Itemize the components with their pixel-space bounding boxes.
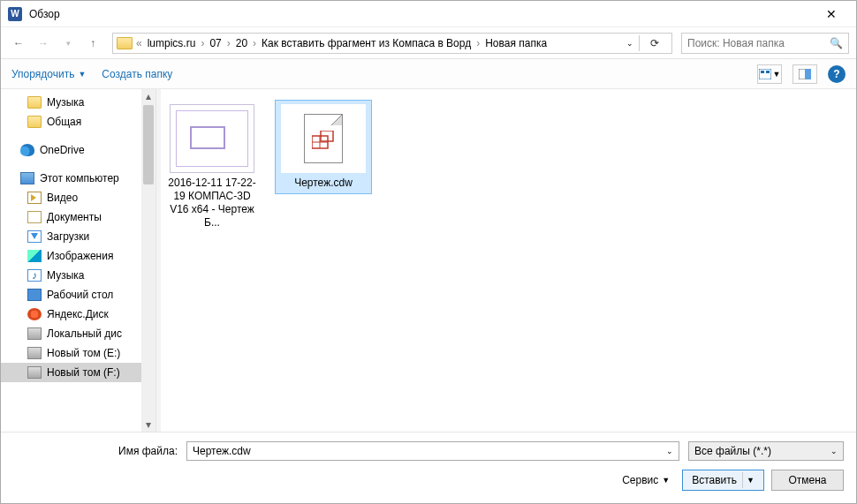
- sidebar-item-label: Этот компьютер: [40, 172, 119, 184]
- search-icon[interactable]: 🔍: [830, 37, 843, 49]
- chevron-down-icon[interactable]: ⌄: [666, 447, 673, 455]
- sidebar-item[interactable]: Видео: [1, 188, 155, 207]
- chevron-down-icon: ⌄: [830, 447, 838, 455]
- recent-dropdown[interactable]: ▾: [57, 33, 79, 54]
- sidebar-item[interactable]: Яндекс.Диск: [1, 305, 155, 324]
- search-box[interactable]: 🔍: [681, 33, 849, 54]
- scroll-down-button[interactable]: ▾: [141, 417, 155, 432]
- chevron-right-icon: ›: [199, 37, 206, 49]
- divider: [742, 472, 743, 488]
- sidebar-item-label: Локальный дис: [47, 327, 122, 340]
- doc-icon: [27, 211, 42, 223]
- insert-label: Вставить: [692, 474, 737, 486]
- chevron-right-icon: ›: [225, 37, 232, 49]
- footer: Имя файла: ⌄ Все файлы (*.*) ⌄ Сервис ▼ …: [1, 432, 856, 503]
- sidebar-scrollbar[interactable]: ▴ ▾: [141, 89, 155, 432]
- file-item[interactable]: Чертеж.cdw: [275, 100, 372, 194]
- onedrive-icon: [20, 144, 34, 156]
- view-mode-button[interactable]: ▼: [757, 64, 782, 84]
- insert-button[interactable]: Вставить ▼: [682, 470, 764, 491]
- sidebar-item-label: Новый том (F:): [47, 366, 120, 379]
- path-segment[interactable]: lumpics.ru: [146, 37, 198, 49]
- close-button[interactable]: ✕: [814, 7, 849, 21]
- sidebar-item[interactable]: Рабочий стол: [1, 285, 155, 305]
- scroll-up-button[interactable]: ▴: [141, 89, 155, 103]
- svg-rect-1: [761, 71, 764, 73]
- forward-button[interactable]: →: [33, 33, 54, 54]
- sidebar-item-label: Общая: [47, 116, 81, 128]
- dialog-window: W Обзор ✕ ← → ▾ ↑ « lumpics.ru › 07 › 20…: [0, 0, 857, 504]
- folder-icon: [27, 116, 42, 128]
- scroll-thumb[interactable]: [143, 105, 154, 184]
- sidebar-item[interactable]: Документы: [1, 207, 155, 227]
- cancel-button[interactable]: Отмена: [771, 470, 844, 491]
- titlebar: W Обзор ✕: [1, 1, 856, 27]
- preview-pane-button[interactable]: [793, 64, 817, 84]
- sidebar-item[interactable]: Этот компьютер: [1, 169, 155, 188]
- tools-dropdown[interactable]: Сервис ▼: [622, 474, 670, 486]
- sidebar-item[interactable]: Загрузки: [1, 227, 155, 246]
- file-thumbnail: [170, 104, 254, 173]
- file-label: Чертеж.cdw: [294, 177, 353, 190]
- address-dropdown[interactable]: ⌄: [626, 39, 633, 48]
- file-list[interactable]: 2016-12-11 17-22-19 КОМПАС-3D V16 x64 - …: [156, 89, 856, 432]
- sidebar-item[interactable]: Новый том (E:): [1, 343, 155, 363]
- address-bar[interactable]: « lumpics.ru › 07 › 20 › Как вставить фр…: [112, 33, 672, 54]
- hdd-icon: [27, 347, 42, 359]
- back-button[interactable]: ←: [8, 33, 29, 54]
- path-segment[interactable]: Как вставить фрагмент из Компаса в Ворд: [260, 37, 473, 49]
- sidebar-item-label: Музыка: [47, 96, 84, 109]
- chevron-down-icon: ▼: [78, 70, 86, 79]
- organize-label: Упорядочить: [11, 68, 74, 80]
- chevron-down-icon[interactable]: ▼: [747, 476, 755, 485]
- sidebar-item-label: OneDrive: [40, 144, 85, 156]
- chevron-down-icon: ▼: [773, 70, 781, 79]
- filetype-filter[interactable]: Все файлы (*.*) ⌄: [688, 441, 844, 461]
- svg-rect-4: [805, 69, 811, 79]
- hdd-icon: [27, 366, 42, 379]
- file-item[interactable]: 2016-12-11 17-22-19 КОМПАС-3D V16 x64 - …: [163, 100, 261, 234]
- down-icon: [27, 230, 42, 243]
- refresh-button[interactable]: ⟳: [645, 37, 664, 49]
- search-input[interactable]: [687, 37, 824, 49]
- yadisk-icon: [27, 308, 42, 320]
- chevron-right-icon: ›: [251, 37, 258, 49]
- document-icon: [304, 114, 343, 163]
- sidebar-item-label: Загрузки: [47, 230, 89, 243]
- organize-button[interactable]: Упорядочить ▼: [11, 68, 86, 80]
- sidebar-item[interactable]: Локальный дис: [1, 324, 155, 343]
- sidebar-item[interactable]: Новый том (F:): [1, 363, 155, 382]
- path-segment[interactable]: 20: [234, 37, 249, 49]
- sidebar-item[interactable]: Общая: [1, 112, 155, 132]
- sidebar-item-label: Документы: [47, 211, 102, 223]
- body: МузыкаОбщаяOneDriveЭтот компьютерВидеоДо…: [1, 89, 856, 432]
- path-segment[interactable]: 07: [208, 37, 223, 49]
- video-icon: [27, 192, 42, 204]
- file-label: 2016-12-11 17-22-19 КОМПАС-3D V16 x64 - …: [168, 177, 256, 229]
- hdd-icon: [27, 327, 42, 340]
- sidebar-item[interactable]: Музыка: [1, 93, 155, 112]
- filename-input[interactable]: [193, 445, 666, 457]
- desk-icon: [27, 289, 42, 301]
- path-segment[interactable]: Новая папка: [483, 37, 549, 49]
- new-folder-button[interactable]: Создать папку: [102, 68, 172, 80]
- sidebar-item[interactable]: Изображения: [1, 246, 155, 266]
- pane-icon: [799, 69, 811, 79]
- sidebar-item-label: Музыка: [47, 269, 84, 282]
- filename-combobox[interactable]: ⌄: [186, 441, 679, 461]
- sidebar-item[interactable]: ♪Музыка: [1, 266, 155, 285]
- divider: [639, 35, 640, 51]
- sidebar-item[interactable]: OneDrive: [1, 140, 155, 160]
- word-app-icon: W: [8, 7, 22, 21]
- help-button[interactable]: ?: [828, 65, 846, 83]
- nav-bar: ← → ▾ ↑ « lumpics.ru › 07 › 20 › Как вст…: [1, 27, 856, 59]
- sidebar-item-label: Яндекс.Диск: [47, 308, 109, 320]
- up-button[interactable]: ↑: [82, 33, 103, 54]
- sidebar-item-label: Рабочий стол: [47, 289, 113, 301]
- window-title: Обзор: [29, 8, 814, 20]
- view-icon: [759, 69, 771, 79]
- cancel-label: Отмена: [788, 474, 826, 486]
- filename-label: Имя файла:: [13, 445, 178, 457]
- sidebar-item-label: Новый том (E:): [47, 347, 120, 359]
- folder-icon: [27, 96, 42, 109]
